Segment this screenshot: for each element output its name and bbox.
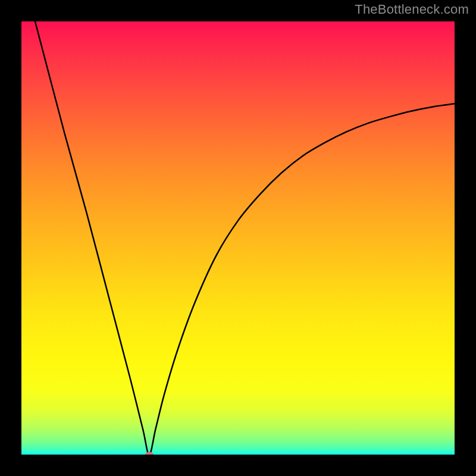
chart-frame: TheBottleneck.com xyxy=(0,0,476,476)
minimum-marker xyxy=(145,452,154,455)
watermark: TheBottleneck.com xyxy=(355,2,469,17)
plot-area xyxy=(21,21,455,455)
bottleneck-curve xyxy=(21,21,455,455)
